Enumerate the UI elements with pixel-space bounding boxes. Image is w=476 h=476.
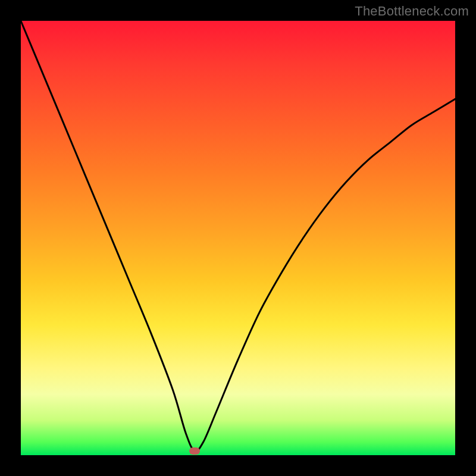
watermark-text: TheBottleneck.com <box>355 4 469 19</box>
curve-path <box>21 21 455 451</box>
plot-area <box>21 21 455 455</box>
bottleneck-curve <box>21 21 455 455</box>
chart-frame: TheBottleneck.com <box>0 0 476 476</box>
optimal-point-marker <box>189 447 200 455</box>
